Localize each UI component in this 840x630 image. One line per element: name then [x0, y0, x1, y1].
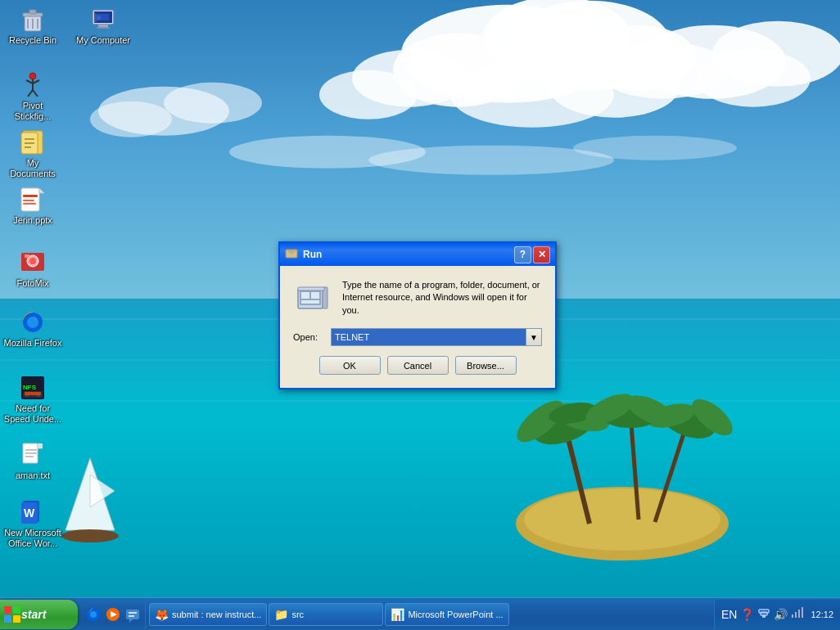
run-dialog: Run ? ✕ — [278, 241, 557, 389]
run-browse-button[interactable]: Browse... — [455, 356, 517, 375]
svg-rect-117 — [795, 612, 797, 618]
run-dialog-title-buttons: ? ✕ — [514, 246, 550, 263]
start-logo — [3, 605, 21, 623]
pivot-stickfig-label: Pivot Stickfig... — [3, 101, 62, 122]
svg-rect-119 — [802, 607, 803, 618]
jerin-pptx-icon[interactable]: Jerin.pptx — [3, 187, 62, 226]
new-ms-office-icon[interactable]: W New Microsoft Office Wor... — [3, 499, 62, 549]
pivot-stickfig-icon[interactable]: Pivot Stickfig... — [3, 72, 62, 122]
media-player-quick-launch[interactable] — [104, 605, 122, 623]
run-dialog-input[interactable] — [331, 328, 526, 346]
network2-tray-icon[interactable] — [791, 606, 804, 622]
run-dialog-titlebar: Run ? ✕ — [280, 243, 555, 266]
my-documents-icon[interactable]: My Documents — [3, 129, 62, 179]
run-dialog-open-label: Open: — [293, 332, 324, 342]
svg-text:NFS: NFS — [23, 384, 37, 391]
svg-rect-51 — [98, 25, 108, 27]
firefox-task-label: submit : new instruct... — [172, 610, 261, 619]
jerin-pptx-label: Jerin.pptx — [13, 215, 52, 226]
src-task-icon: 📁 — [274, 608, 288, 621]
my-computer-image — [90, 7, 116, 33]
need-for-speed-icon[interactable]: NFS Need for Speed Unde... — [3, 375, 62, 425]
run-ok-button[interactable]: OK — [319, 356, 381, 375]
svg-rect-74 — [25, 254, 29, 258]
need-for-speed-image: NFS — [20, 375, 46, 401]
run-dialog-buttons: OK Cancel Browse... — [293, 356, 542, 375]
powerpoint-task-icon: 📊 — [391, 608, 404, 621]
svg-marker-67 — [39, 188, 44, 193]
svg-line-59 — [28, 90, 33, 97]
svg-text:W: W — [24, 506, 35, 520]
svg-rect-45 — [29, 10, 36, 14]
svg-point-13 — [696, 50, 811, 107]
svg-point-25 — [524, 488, 720, 551]
run-dialog-title: Run — [303, 249, 514, 260]
svg-rect-96 — [301, 292, 309, 299]
quick-launch-area — [81, 600, 146, 629]
mozilla-firefox-icon[interactable]: Mozilla Firefox — [3, 309, 62, 349]
run-cancel-button[interactable]: Cancel — [387, 356, 449, 375]
run-dialog-open-row: Open: ▼ — [293, 328, 542, 346]
run-dialog-dropdown[interactable]: ▼ — [526, 328, 542, 346]
svg-line-58 — [33, 80, 39, 83]
run-dialog-content: Type the name of a program, folder, docu… — [280, 266, 555, 388]
firefox-quick-launch[interactable] — [84, 605, 102, 623]
recycle-bin-icon[interactable]: Recycle Bin — [3, 7, 62, 46]
start-label: start — [21, 608, 46, 621]
run-title-icon — [285, 247, 298, 263]
need-for-speed-label: Need for Speed Unde... — [3, 403, 62, 425]
svg-rect-70 — [23, 203, 36, 205]
svg-point-76 — [27, 317, 38, 328]
run-dialog-help-button[interactable]: ? — [514, 246, 531, 263]
svg-point-73 — [29, 258, 36, 264]
fotomix-icon[interactable]: FotoMix — [3, 250, 62, 289]
svg-point-8 — [319, 70, 418, 119]
start-button[interactable]: start — [0, 600, 78, 629]
run-dialog-description: Type the name of a program, folder, docu… — [342, 279, 542, 317]
src-taskbar-item[interactable]: 📁 src — [269, 603, 383, 626]
svg-rect-69 — [23, 200, 34, 201]
svg-line-57 — [26, 80, 33, 83]
svg-rect-115 — [759, 610, 769, 613]
svg-rect-101 — [4, 606, 11, 614]
run-program-icon — [296, 282, 329, 315]
my-computer-icon[interactable]: My Computer — [74, 7, 133, 46]
svg-point-42 — [61, 529, 119, 542]
taskbar-items: 🦊 submit : new instruct... 📁 src 📊 Micro… — [146, 600, 714, 629]
volume-tray-icon[interactable]: 🔊 — [774, 608, 788, 621]
aman-txt-image — [20, 442, 46, 468]
run-dialog-top: Type the name of a program, folder, docu… — [293, 279, 542, 318]
new-ms-office-image: W — [20, 499, 46, 525]
svg-rect-85 — [38, 443, 43, 448]
powerpoint-taskbar-item[interactable]: 📊 Microsoft PowerPoint ... — [385, 603, 508, 626]
language-indicator[interactable]: EN — [721, 608, 737, 621]
svg-rect-98 — [301, 300, 319, 304]
svg-rect-109 — [126, 610, 139, 619]
run-dialog-input-wrap: ▼ — [331, 328, 542, 346]
fotomix-image — [20, 250, 46, 276]
svg-rect-97 — [311, 292, 319, 299]
svg-point-15 — [164, 83, 262, 124]
my-computer-label: My Computer — [76, 35, 130, 46]
svg-rect-103 — [4, 615, 11, 623]
messenger-quick-launch[interactable] — [124, 605, 142, 623]
svg-rect-100 — [298, 287, 324, 290]
new-ms-office-label: New Microsoft Office Wor... — [3, 528, 62, 549]
svg-point-55 — [29, 73, 36, 79]
taskbar-clock: 12:12 — [807, 610, 833, 619]
firefox-taskbar-item[interactable]: 🦊 submit : new instruct... — [149, 603, 267, 626]
svg-rect-52 — [97, 27, 110, 29]
fotomix-label: FotoMix — [16, 278, 48, 289]
svg-marker-110 — [129, 619, 133, 623]
run-dialog-close-button[interactable]: ✕ — [533, 246, 550, 263]
svg-rect-104 — [13, 615, 20, 623]
svg-rect-82 — [25, 392, 41, 395]
svg-rect-102 — [13, 606, 20, 614]
mozilla-firefox-image — [20, 309, 46, 335]
my-documents-label: My Documents — [3, 158, 62, 179]
help-tray-icon[interactable]: ❓ — [740, 608, 754, 621]
aman-txt-icon[interactable]: aman.txt — [3, 442, 62, 481]
svg-rect-116 — [792, 614, 793, 618]
network-tray-icon[interactable] — [757, 606, 770, 622]
run-dialog-icon — [293, 279, 332, 318]
